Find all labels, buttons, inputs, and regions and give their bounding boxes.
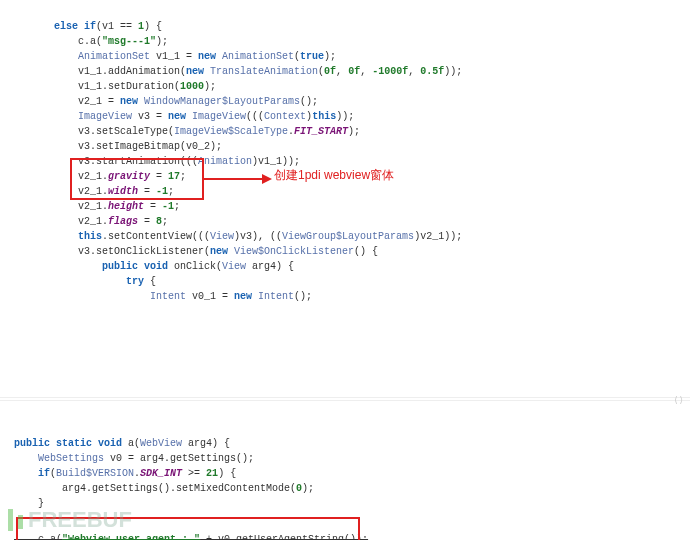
arrow-icon bbox=[200, 170, 272, 188]
divider: ⟨⟩ bbox=[0, 397, 690, 401]
annotation-text: 创建1pdi webview窗体 bbox=[274, 166, 394, 184]
code-block-mid: public static void a(WebView arg4) { Web… bbox=[0, 421, 690, 511]
code-block-top: else if(v1 == 1) { c.a("msg---1"); Anima… bbox=[0, 0, 690, 394]
svg-marker-1 bbox=[262, 174, 272, 184]
scroll-hint-icon: ⟨⟩ bbox=[673, 395, 684, 409]
watermark: FREEBUF bbox=[8, 503, 132, 536]
